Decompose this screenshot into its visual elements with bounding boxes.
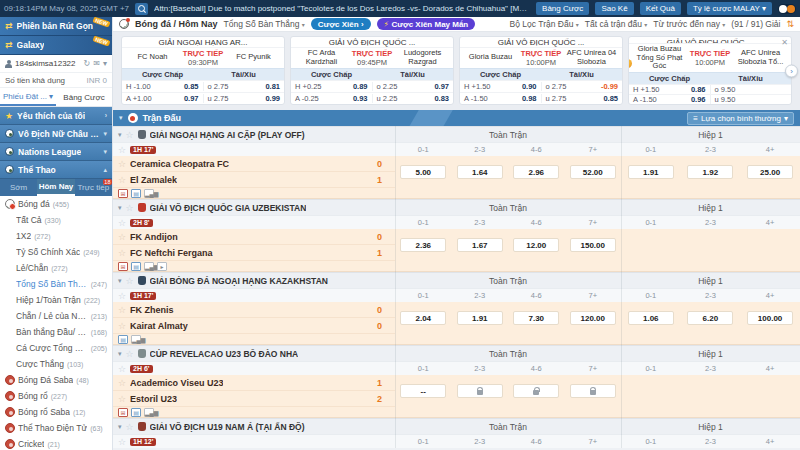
team-row[interactable]: ☆FK Zhenis0: [113, 302, 395, 318]
carousel-next-button[interactable]: ›: [785, 65, 798, 78]
odds-button[interactable]: 1.67: [457, 238, 503, 252]
sidebar-item[interactable]: Chẵn / Lẻ của Nửa trậ...(213): [0, 308, 112, 324]
odds-button[interactable]: 2.36: [400, 238, 446, 252]
close-icon[interactable]: ✕: [781, 38, 788, 47]
sidebar-item[interactable]: Bàn thắng Đầu/ Cuối(168): [0, 324, 112, 340]
favorite-star-icon[interactable]: ☆: [126, 349, 134, 359]
team-row[interactable]: ☆Academico Viseu U231: [113, 375, 395, 391]
favorite-star-icon[interactable]: ☆: [118, 175, 126, 185]
handicap-cell[interactable]: A -1.500.98: [460, 94, 541, 103]
sidebar-item[interactable]: Bóng rổ(227): [0, 388, 112, 404]
bet-list-button[interactable]: Bảng Cược: [536, 2, 589, 15]
mail-icon[interactable]: ✉: [93, 59, 100, 68]
handicap-cell[interactable]: A -1.500.96: [629, 95, 710, 104]
favorite-star-icon[interactable]: ☆: [118, 305, 126, 315]
sidebar-item[interactable]: Bóng rổ Saba(12): [0, 404, 112, 420]
statistics-icon[interactable]: ▤: [131, 189, 141, 198]
over-under-cell[interactable]: u 2.250.83: [372, 94, 454, 103]
favorite-star-icon[interactable]: ☆: [118, 232, 126, 242]
team-row[interactable]: ☆Estoril U232: [113, 391, 395, 407]
sidebar-tab-Trực tiếp[interactable]: Trực tiếp18: [75, 179, 112, 196]
odds-grid-icon[interactable]: ⊞: [118, 262, 128, 271]
display-filter-button[interactable]: ≡ Lựa chọn bình thường ▾: [687, 112, 794, 125]
chevron-down-icon[interactable]: ▾: [103, 59, 107, 68]
odds-button[interactable]: 1.92: [687, 165, 733, 179]
sidebar-item[interactable]: 1X2(272): [0, 228, 112, 244]
odds-button[interactable]: 2.96: [513, 165, 559, 179]
sidebar-item[interactable]: Cricket(21): [0, 436, 112, 450]
all-matches-dropdown[interactable]: Tất cả trận đấu ▾: [585, 19, 648, 29]
odds-button[interactable]: 12.00: [513, 238, 559, 252]
favorite-star-icon[interactable]: ☆: [118, 218, 126, 228]
compact-version-banner[interactable]: ⇄ Phiên bản Rút Gọn NEW: [0, 17, 112, 36]
chart-icon[interactable]: ▂▄▆: [144, 408, 154, 417]
galaxy-banner[interactable]: ⇄ Galaxy NEW: [0, 36, 112, 55]
section-league-title[interactable]: ▾☆GIẢI NGOẠI HẠNG AI CẬP (PLAY OFF): [113, 130, 395, 140]
sidebar-item[interactable]: Lẻ/Chẵn(272): [0, 260, 112, 276]
team-row[interactable]: ☆FC Neftchi Fergana1: [113, 245, 395, 261]
handicap-cell[interactable]: H -1.000.85: [122, 82, 203, 91]
handicap-cell[interactable]: H +1.500.90: [460, 82, 541, 91]
odds-button[interactable]: 120.00: [570, 311, 616, 325]
sidebar-section-2[interactable]: Nations League▾: [0, 143, 112, 161]
handicap-cell[interactable]: H +0.250.89: [291, 82, 372, 91]
odds-button[interactable]: 150.00: [570, 238, 616, 252]
favorite-star-icon[interactable]: ☆: [118, 248, 126, 258]
bet-slip-tab[interactable]: Phiếu Đặt ... ▾: [0, 88, 56, 106]
sidebar-section-1[interactable]: Vô Địch Nữ Châu Âu▾: [0, 125, 112, 143]
sidebar-item[interactable]: Bóng Đá Saba(48): [0, 372, 112, 388]
favorite-star-icon[interactable]: ☆: [118, 394, 126, 404]
favorite-star-icon[interactable]: ☆: [126, 203, 134, 213]
sidebar-section-3[interactable]: Thể Thao▴: [0, 161, 112, 179]
results-button[interactable]: Kết Quả: [640, 2, 681, 15]
handicap-cell[interactable]: A -0.250.93: [291, 94, 372, 103]
market-dropdown[interactable]: Tổng Số Bàn Thắng ▾: [224, 19, 305, 29]
time-range-dropdown[interactable]: Từ trước đến nay ▾: [653, 19, 725, 29]
section-league-title[interactable]: ▾☆GIẢI BÓNG ĐÁ NGOẠI HẠNG KAZAKHSTAN: [113, 276, 395, 286]
section-league-title[interactable]: ▾☆GIẢI VÔ ĐỊCH QUỐC GIA UZBEKISTAN: [113, 203, 395, 213]
sidebar-item[interactable]: Thể Thao Điện Tử(63): [0, 420, 112, 436]
favorite-star-icon[interactable]: ☆: [118, 437, 126, 447]
live-stream-icon[interactable]: ▸: [157, 262, 167, 271]
team-row[interactable]: ☆Ceramica Cleopatra FC0: [113, 156, 395, 172]
over-under-cell[interactable]: u 9.50: [710, 95, 792, 104]
favorite-star-icon[interactable]: ☆: [118, 378, 126, 388]
bet-list-tab[interactable]: Bảng Cược: [56, 93, 112, 102]
parlay-button[interactable]: Cược Xiên ›: [311, 18, 371, 30]
statistics-icon[interactable]: ▤: [118, 335, 128, 344]
theme-toggle[interactable]: [778, 4, 796, 14]
statistics-icon[interactable]: ▤: [131, 262, 141, 271]
team-row[interactable]: ☆FK Andijon0: [113, 229, 395, 245]
favorite-star-icon[interactable]: ☆: [118, 321, 126, 331]
sidebar-item[interactable]: Cược Thắng(103): [0, 356, 112, 372]
over-under-cell[interactable]: o 2.750.81: [203, 82, 285, 91]
sort-icon[interactable]: ⇅: [786, 19, 794, 29]
team-row[interactable]: ☆El Zamalek1: [113, 172, 395, 188]
odds-grid-icon[interactable]: ⊞: [118, 189, 128, 198]
odds-button[interactable]: 25.00: [747, 165, 793, 179]
handicap-cell[interactable]: H +1.500.86: [629, 85, 710, 94]
odds-button[interactable]: 100.00: [747, 311, 793, 325]
section-league-title[interactable]: ▾☆CÚP REVELACAO U23 BỒ ĐÀO NHA: [113, 349, 395, 359]
odds-button[interactable]: 1.91: [457, 311, 503, 325]
statistics-icon[interactable]: ▤: [131, 408, 141, 417]
sidebar-tab-Sớm[interactable]: Sớm: [0, 179, 37, 196]
odds-type-dropdown[interactable]: Tỷ lệ cược MALAY ▾: [687, 2, 772, 15]
over-under-cell[interactable]: o 2.75-0.99: [541, 82, 623, 91]
section-league-title[interactable]: ▾☆GIẢI VÔ ĐỊCH U19 NAM Á (TẠI ẤN ĐỘ): [113, 422, 395, 432]
favorite-star-icon[interactable]: ☆: [118, 145, 126, 155]
chart-icon[interactable]: ▂▄▆: [131, 335, 141, 344]
over-under-cell[interactable]: u 2.750.85: [541, 94, 623, 103]
favorite-star-icon[interactable]: ☆: [126, 422, 134, 432]
statement-button[interactable]: Sao Kê: [595, 2, 633, 15]
search-icon[interactable]: [135, 3, 148, 15]
odds-button[interactable]: 2.04: [400, 311, 446, 325]
sidebar-item[interactable]: Bóng đá(455): [0, 196, 112, 212]
odds-grid-icon[interactable]: ⊞: [118, 408, 128, 417]
odds-button[interactable]: 6.20: [687, 311, 733, 325]
odds-button[interactable]: 1.64: [457, 165, 503, 179]
lucky-parlay-button[interactable]: ⚡ Cược Xiên May Mắn: [377, 18, 476, 30]
sidebar-item[interactable]: Tổng Số Bàn Thắng(247): [0, 276, 112, 292]
odds-button[interactable]: 52.00: [570, 165, 616, 179]
favorite-star-icon[interactable]: ☆: [118, 159, 126, 169]
